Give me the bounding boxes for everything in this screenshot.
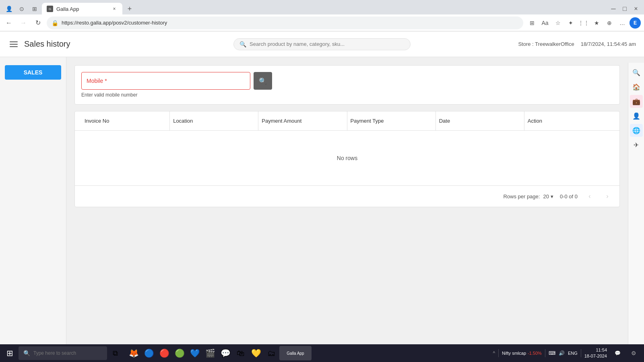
taskbar-app-maps[interactable]: 💛: [249, 346, 263, 360]
taskbar-clock: 11:54 18-07-2024: [584, 347, 607, 360]
taskbar-notification-btn[interactable]: 💬: [610, 346, 625, 360]
favorite-btn[interactable]: ☆: [552, 17, 564, 29]
split-view-btn[interactable]: ⋮⋮: [578, 17, 589, 29]
taskbar-app-edge[interactable]: 🔵: [142, 346, 156, 360]
address-bar: ← → ↻ 🔒 ⊞ Aa ☆ ✦ ⋮⋮ ★ ⊕ … E: [0, 14, 644, 31]
mobile-input[interactable]: [81, 72, 250, 90]
search-btn-icon: 🔍: [259, 77, 267, 85]
task-view-icon: ⧉: [113, 349, 118, 358]
page-title: Sales history: [24, 39, 70, 49]
window-minimize-button[interactable]: ─: [609, 4, 618, 14]
next-page-button[interactable]: ›: [602, 191, 613, 202]
collections-btn[interactable]: ✦: [565, 17, 576, 29]
taskbar-app-store[interactable]: 🛍: [233, 346, 248, 360]
back-button[interactable]: ←: [3, 17, 14, 29]
validation-message: Enter valid mobile number: [81, 92, 613, 98]
taskbar-apps: 🦊 🔵 🔴 🟢 💙 🎬 💬 🛍 💛 🗂 Galla App: [123, 346, 489, 360]
grid-icon-btn[interactable]: ⊞: [29, 3, 40, 14]
sidebar-search-btn[interactable]: 🔍: [630, 66, 643, 79]
taskbar-app-facebook[interactable]: 💙: [188, 346, 202, 360]
col-action: Action: [524, 111, 613, 130]
favorites-bar-btn[interactable]: ★: [591, 17, 602, 29]
no-rows-message: No rows: [75, 131, 619, 185]
active-tab[interactable]: G Galla App ×: [42, 3, 122, 15]
taskbar-settings-btn[interactable]: ⚙: [628, 348, 639, 359]
taskbar-app-firefox[interactable]: 🦊: [126, 346, 141, 360]
col-location: Location: [170, 111, 258, 130]
app-header: Sales history 🔍 Store : TreewalkerOffice…: [0, 31, 644, 57]
tab-label: Galla App: [56, 6, 79, 12]
taskbar-app-video[interactable]: 🎬: [203, 346, 217, 360]
taskbar-app-galla[interactable]: Galla App: [279, 346, 312, 360]
taskbar-app-skype[interactable]: 💬: [218, 346, 233, 360]
table-footer: Rows per page: 20 ▾ 0-0 of 0 ‹ ›: [75, 185, 619, 207]
left-nav: SALES: [0, 57, 66, 362]
col-payment-amount: Payment Amount: [258, 111, 347, 130]
tab-close-button[interactable]: ×: [111, 6, 118, 12]
datetime: 18/7/2024, 11:54:45 am: [581, 41, 636, 47]
tab-favicon: G: [47, 6, 53, 12]
url-input[interactable]: [62, 20, 518, 26]
window-maximize-button[interactable]: □: [620, 4, 630, 14]
header-search-area: 🔍: [233, 38, 411, 50]
search-bar[interactable]: 🔍: [233, 38, 411, 50]
reload-button[interactable]: ↻: [32, 17, 43, 29]
taskbar-app-chrome[interactable]: 🟢: [172, 346, 187, 360]
app-area: 🔍 🏠 💼 👤 🌐 ✈ + Sales history 🔍: [0, 31, 644, 362]
rows-dropdown-icon: ▾: [551, 193, 553, 200]
pagination-info: 0-0 of 0: [560, 193, 578, 200]
start-icon: ⊞: [6, 348, 13, 358]
table-header: Invoice No Location Payment Amount Payme…: [75, 111, 619, 131]
profile-icon-btn[interactable]: 👤: [3, 3, 14, 14]
more-btn[interactable]: …: [617, 17, 628, 29]
taskbar-date: 18-07-2024: [584, 353, 607, 359]
col-payment-type: Payment Type: [347, 111, 436, 130]
store-info: Store : TreewalkerOffice: [518, 41, 574, 47]
tab-bar: 👤 ⊙ ⊞ G Galla App × + ─ □ ×: [0, 0, 644, 14]
rows-value: 20: [543, 193, 549, 200]
taskbar: ⊞ 🔍 ⧉ 🦊 🔵 🔴 🟢 💙 🎬 💬 🛍 💛 🗂 Galla App ^: [0, 344, 644, 362]
mobile-search-button[interactable]: 🔍: [254, 72, 272, 90]
reader-view-btn[interactable]: Aa: [539, 17, 551, 29]
taskbar-lang: ENG: [568, 351, 578, 356]
rows-select[interactable]: 20 ▾: [543, 193, 553, 200]
taskbar-keyboard-icon: ⌨: [549, 350, 555, 356]
sales-nav-button[interactable]: SALES: [5, 65, 61, 80]
sidebar-briefcase-btn[interactable]: 💼: [630, 95, 643, 108]
stock-ticker: Nifty smlcap -1.50%: [502, 351, 542, 356]
prev-page-button[interactable]: ‹: [584, 191, 595, 202]
taskbar-right: ^ Nifty smlcap -1.50% ⌨ 🔊 ENG 11:54 18-0…: [489, 346, 642, 360]
window-close-button[interactable]: ×: [631, 4, 641, 14]
main-content: 🔍 Enter valid mobile number Invoice No L…: [66, 57, 628, 362]
new-tab-button[interactable]: +: [124, 3, 135, 14]
data-table: Invoice No Location Payment Amount Payme…: [74, 111, 620, 207]
taskbar-search[interactable]: 🔍: [19, 346, 107, 360]
taskbar-app-explorer[interactable]: 🗂: [264, 346, 279, 360]
taskbar-app-youtube[interactable]: 🔴: [157, 346, 171, 360]
extensions-btn[interactable]: ⊕: [604, 17, 615, 29]
sidebar-person-btn[interactable]: 👤: [630, 109, 643, 122]
sidebar-outlook-btn[interactable]: 🌐: [630, 124, 643, 137]
search-icon: 🔍: [239, 41, 246, 47]
secure-icon: 🔒: [52, 20, 58, 26]
stock-change: -1.50%: [528, 351, 542, 356]
mobile-search-row: 🔍: [81, 72, 613, 90]
taskbar-search-input[interactable]: [33, 350, 102, 356]
reading-mode-btn[interactable]: ⊞: [526, 17, 538, 29]
col-date: Date: [436, 111, 524, 130]
history-icon-btn[interactable]: ⊙: [16, 3, 27, 14]
sidebar-home-btn[interactable]: 🏠: [630, 80, 643, 93]
taskbar-time: 11:54: [584, 347, 607, 353]
url-bar[interactable]: 🔒: [47, 16, 523, 29]
sidebar-send-btn[interactable]: ✈: [630, 138, 643, 151]
rows-per-page-label: Rows per page:: [503, 193, 540, 200]
hamburger-menu-button[interactable]: [8, 40, 19, 49]
taskbar-expand-icon: ^: [493, 350, 495, 356]
forward-button[interactable]: →: [18, 17, 29, 29]
task-view-button[interactable]: ⧉: [108, 346, 122, 360]
stock-name: Nifty smlcap: [502, 351, 526, 356]
start-button[interactable]: ⊞: [2, 346, 18, 361]
browser-profile-avatar[interactable]: E: [630, 17, 641, 29]
search-input[interactable]: [250, 41, 405, 47]
browser-sidebar: 🔍 🏠 💼 👤 🌐 ✈ +: [628, 63, 644, 362]
